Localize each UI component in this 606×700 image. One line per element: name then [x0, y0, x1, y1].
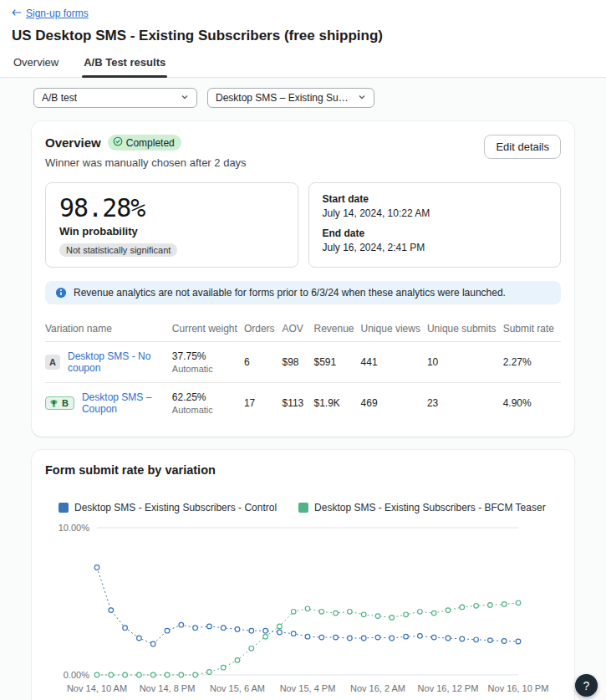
svg-text:10.00%: 10.00% — [59, 523, 90, 533]
dates-box: Start date July 14, 2024, 10:22 AM End d… — [308, 182, 562, 268]
orders-value: 17 — [244, 383, 283, 424]
end-date-value: July 16, 2024, 2:41 PM — [323, 242, 547, 253]
variation-a-link[interactable]: Desktop SMS - No coupon — [68, 350, 166, 374]
start-date-label: Start date — [323, 193, 547, 205]
weight-mode: Automatic — [172, 405, 237, 415]
legend-swatch-bfcm-teaser — [298, 503, 308, 513]
check-circle-icon — [113, 136, 123, 149]
revenue-value: $1.9K — [313, 383, 360, 424]
help-button[interactable]: ? — [575, 674, 598, 697]
info-banner-text: Revenue analytics are not available for … — [74, 287, 506, 299]
form-select[interactable]: Desktop SMS – Existing Subscribers T... — [207, 88, 374, 108]
submit-rate-value: 2.27% — [503, 342, 561, 383]
page-body: A/B test Desktop SMS – Existing Subscrib… — [0, 78, 606, 700]
overview-card: Overview Completed Winner was manually c… — [32, 121, 574, 437]
chevron-down-icon — [181, 92, 189, 104]
test-type-select[interactable]: A/B test — [33, 88, 197, 108]
unique-views-value: 441 — [361, 342, 427, 383]
submit-rate-line-chart: 10.00%0.00%Nov 14, 10 AMNov 14, 8 PMNov … — [45, 522, 563, 696]
back-link-label: Sign-up forms — [26, 8, 89, 19]
info-banner: Revenue analytics are not available for … — [45, 281, 561, 304]
top-bar: Sign-up forms US Desktop SMS - Existing … — [0, 0, 606, 78]
weight-mode: Automatic — [172, 364, 237, 374]
tab-overview[interactable]: Overview — [12, 56, 60, 77]
back-arrow-icon — [12, 8, 22, 19]
aov-value: $113 — [282, 383, 313, 424]
col-variation-name: Variation name — [45, 316, 172, 342]
trophy-icon — [49, 399, 59, 408]
filter-row: A/B test Desktop SMS – Existing Subscrib… — [33, 88, 574, 108]
status-badge: Completed — [108, 135, 181, 151]
col-unique-views: Unique views — [361, 316, 427, 342]
end-date-label: End date — [323, 227, 547, 239]
chart-card: Form submit rate by variation Desktop SM… — [32, 450, 574, 700]
svg-text:Nov 16, 2 AM: Nov 16, 2 AM — [350, 683, 405, 693]
variation-b-link[interactable]: Desktop SMS – Coupon — [82, 391, 166, 415]
tab-ab-test-results[interactable]: A/B Test results — [82, 56, 167, 77]
table-row: B Desktop SMS – Coupon 62.25% Automatic … — [45, 383, 561, 424]
revenue-value: $591 — [313, 342, 360, 383]
unique-views-value: 469 — [361, 383, 427, 424]
legend-item-control[interactable]: Desktop SMS - Existing Subscribers - Con… — [59, 502, 277, 514]
back-link[interactable]: Sign-up forms — [12, 8, 89, 19]
info-icon — [55, 287, 67, 299]
unique-submits-value: 10 — [427, 342, 503, 383]
variation-b-badge: B — [62, 398, 69, 408]
variation-b-winner-badge: B — [45, 396, 74, 410]
unique-submits-value: 23 — [427, 383, 503, 424]
win-probability-label: Win probability — [59, 225, 284, 238]
start-date-value: July 14, 2024, 10:22 AM — [323, 207, 547, 219]
win-probability-box: 98.28% Win probability Not statistically… — [45, 182, 298, 268]
col-revenue: Revenue — [313, 316, 360, 342]
status-badge-label: Completed — [126, 137, 175, 149]
aov-value: $98 — [282, 342, 313, 383]
svg-text:Nov 15, 6 AM: Nov 15, 6 AM — [210, 683, 265, 693]
edit-details-button[interactable]: Edit details — [484, 135, 561, 159]
svg-text:Nov 16, 10 PM: Nov 16, 10 PM — [488, 683, 549, 693]
variation-a-badge: A — [45, 355, 60, 370]
legend-label-bfcm-teaser: Desktop SMS - Existing Subscribers - BFC… — [314, 502, 546, 514]
chevron-down-icon — [358, 92, 366, 104]
significance-badge: Not statistically significant — [59, 243, 177, 257]
submit-rate-value: 4.90% — [503, 383, 561, 424]
svg-text:Nov 15, 4 PM: Nov 15, 4 PM — [280, 683, 336, 693]
weight-value: 62.25% — [172, 391, 237, 403]
svg-text:0.00%: 0.00% — [64, 670, 89, 680]
col-unique-submits: Unique submits — [427, 316, 503, 342]
legend-label-control: Desktop SMS - Existing Subscribers - Con… — [74, 502, 277, 514]
svg-text:Nov 14, 8 PM: Nov 14, 8 PM — [140, 683, 196, 693]
form-select-value: Desktop SMS – Existing Subscribers T... — [216, 92, 351, 104]
winner-subtitle: Winner was manually chosen after 2 days — [45, 156, 247, 169]
svg-text:Nov 16, 12 PM: Nov 16, 12 PM — [418, 683, 479, 693]
col-submit-rate: Submit rate — [503, 316, 561, 342]
col-current-weight: Current weight — [172, 316, 244, 342]
chart-title: Form submit rate by variation — [45, 463, 561, 477]
overview-card-title: Overview — [45, 135, 101, 150]
svg-text:Nov 14, 10 AM: Nov 14, 10 AM — [67, 683, 127, 693]
tab-bar: Overview A/B Test results — [12, 56, 594, 77]
chart-legend: Desktop SMS - Existing Subscribers - Con… — [59, 502, 561, 514]
table-row: A Desktop SMS - No coupon 37.75% Automat… — [45, 342, 561, 383]
table-header-row: Variation name Current weight Orders AOV… — [45, 316, 561, 342]
col-aov: AOV — [282, 316, 313, 342]
page-title: US Desktop SMS - Existing Subscribers (f… — [12, 28, 594, 44]
variations-table: Variation name Current weight Orders AOV… — [45, 316, 561, 423]
legend-item-bfcm-teaser[interactable]: Desktop SMS - Existing Subscribers - BFC… — [298, 502, 546, 514]
weight-value: 37.75% — [172, 350, 237, 362]
win-probability-value: 98.28% — [59, 193, 284, 222]
orders-value: 6 — [244, 342, 283, 383]
legend-swatch-control — [59, 503, 69, 513]
col-orders: Orders — [244, 316, 283, 342]
test-type-select-value: A/B test — [42, 92, 77, 104]
chart-area: 10.00%0.00%Nov 14, 10 AMNov 14, 8 PMNov … — [45, 522, 561, 698]
